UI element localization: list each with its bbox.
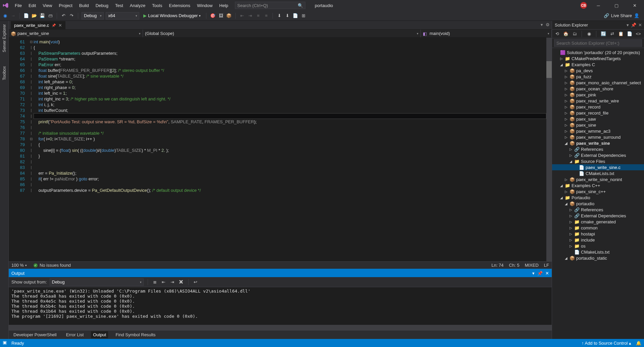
code-editor[interactable]: 6162636465666768697071727374757677787980… <box>9 38 552 261</box>
tb-icon-4[interactable]: ⇤ <box>239 13 245 19</box>
tree-item[interactable]: ◢📁Portaudio <box>552 194 644 201</box>
menu-tools[interactable]: Tools <box>149 2 165 9</box>
tree-item[interactable]: ▷📁CMakePredefinedTargets <box>552 55 644 61</box>
tree-item[interactable]: ▷📁cmake_generated <box>552 219 644 225</box>
tree-item[interactable]: ▷📁include <box>552 237 644 243</box>
solution-explorer-header[interactable]: Solution Explorer ▾ 📌 ✕ <box>552 21 644 30</box>
issues-status[interactable]: No issues found <box>40 263 71 268</box>
tree-item[interactable]: ▷📁hostapi <box>552 231 644 237</box>
nav-project-combo[interactable]: 📦 paex_write_sine <box>9 30 143 37</box>
sol-dropdown-icon[interactable]: ▾ <box>627 23 629 28</box>
tb-icon-7[interactable]: ≡ <box>263 13 269 19</box>
tree-item[interactable]: 🟪Solution 'portaudio' (20 of 20 projects… <box>552 49 644 55</box>
tree-item[interactable]: ▷📦paex_pink <box>552 92 644 98</box>
notifications-icon[interactable]: 🔔 <box>636 341 641 346</box>
output-tb-icon-2[interactable]: ⇤ <box>161 279 167 285</box>
tb-icon-5[interactable]: ⇥ <box>247 13 253 19</box>
menu-edit[interactable]: Edit <box>26 2 39 9</box>
tree-item[interactable]: ◢📦portaudio_static <box>552 255 644 261</box>
document-tab[interactable]: paex_write_sine.c 📌 ✕ <box>11 21 65 29</box>
sol-properties-icon[interactable]: <> <box>635 31 641 37</box>
tree-item[interactable]: ▷📦paex_mono_asio_channel_select <box>552 80 644 86</box>
save-icon[interactable]: 💾 <box>39 13 45 19</box>
tree-item[interactable]: ◢📦paex_write_sine <box>552 140 644 146</box>
tree-item[interactable]: ▷📁common <box>552 225 644 231</box>
save-all-icon[interactable]: 🗃 <box>47 13 53 19</box>
sol-tb-6[interactable]: ⇄ <box>609 31 615 37</box>
output-pin-icon[interactable]: 📌 <box>537 271 543 276</box>
tree-item[interactable]: ▷📦paex_read_write_wire <box>552 98 644 104</box>
tb-icon-11[interactable]: ⊞ <box>300 13 306 19</box>
toolbox-tab[interactable]: Toolbox <box>1 64 7 82</box>
tree-item[interactable]: ◢📁Examples C <box>552 61 644 68</box>
sol-home-icon[interactable]: ⟲ <box>554 31 560 37</box>
menu-build[interactable]: Build <box>77 2 92 9</box>
output-clear-icon[interactable]: 🗙 <box>178 279 184 285</box>
tb-icon-8[interactable]: ⬇ <box>276 13 282 19</box>
tree-item[interactable]: ▷📦paex_sine <box>552 122 644 128</box>
tb-icon-3[interactable]: 📦 <box>226 13 232 19</box>
tree-item[interactable]: ▷📦paex_record <box>552 104 644 110</box>
output-text[interactable]: 'paex_write_sine.exe' (Win32): Unloaded … <box>9 287 552 325</box>
tabs-settings-icon[interactable]: ⚙ <box>546 22 550 27</box>
undo-icon[interactable]: ↶ <box>60 13 66 19</box>
output-header[interactable]: Output ▾ 📌 ✕ <box>9 269 552 277</box>
bottom-tab-developer-powershell[interactable]: Developer PowerShell <box>11 331 59 338</box>
back-icon[interactable]: ◉ <box>2 13 8 19</box>
solution-search-input[interactable] <box>554 39 642 47</box>
bottom-tab-find-symbol-results[interactable]: Find Symbol Results <box>113 331 157 338</box>
pin-icon[interactable]: 📌 <box>52 24 56 27</box>
tree-item[interactable]: ▷📦paex_wmme_ac3 <box>552 128 644 134</box>
sol-pin-icon[interactable]: 📌 <box>631 23 636 28</box>
redo-icon[interactable]: ↷ <box>68 13 75 19</box>
sol-tb-3[interactable]: 🗂 <box>572 31 578 37</box>
status-icon[interactable]: ▣ <box>3 340 9 346</box>
tree-item[interactable]: ▷🔗References <box>552 207 644 213</box>
menu-window[interactable]: Window <box>194 2 215 9</box>
tb-icon-6[interactable]: ≡ <box>255 13 261 19</box>
live-share-button[interactable]: Live Share <box>611 13 632 18</box>
tree-item[interactable]: ▷📦paex_sine_c++ <box>552 188 644 194</box>
minimize-button[interactable]: ─ <box>592 1 605 10</box>
sol-sync-icon[interactable]: 🔄 <box>600 31 606 37</box>
menu-file[interactable]: File <box>12 2 24 9</box>
bottom-tab-output[interactable]: Output <box>91 331 108 338</box>
output-tb-icon-3[interactable]: ⇥ <box>169 279 176 285</box>
forward-icon[interactable]: → <box>10 13 16 19</box>
code-content[interactable]: int main(void){ PaStreamParameters outpu… <box>34 38 546 261</box>
tree-item[interactable]: ▷📁os <box>552 243 644 249</box>
tb-icon-10[interactable]: 📄 <box>292 13 298 19</box>
menu-project[interactable]: Project <box>56 2 75 9</box>
close-button[interactable]: ✕ <box>628 1 641 10</box>
sol-close-icon[interactable]: ✕ <box>638 23 642 28</box>
tree-item[interactable]: ▷📦paex_write_sine_nonint <box>552 176 644 182</box>
tree-item[interactable]: 📄paex_write_sine.c <box>552 164 644 170</box>
open-icon[interactable]: 📂 <box>31 13 37 19</box>
maximize-button[interactable]: ▢ <box>610 1 623 10</box>
tb-icon-2[interactable]: 🖼 <box>218 13 224 19</box>
tree-item[interactable]: ◢📦portaudio <box>552 201 644 207</box>
solution-tree[interactable]: 🟪Solution 'portaudio' (20 of 20 projects… <box>552 48 644 339</box>
tree-item[interactable]: ▷📦paex_ocean_shore <box>552 86 644 92</box>
code-folding-margin[interactable]: ⊟||||||||||||||||⊟||||||||| <box>29 38 34 261</box>
menu-view[interactable]: View <box>40 2 55 9</box>
tree-item[interactable]: ▷🔗External Dependencies <box>552 213 644 219</box>
tree-item[interactable]: ◢📁Source Files <box>552 158 644 164</box>
tree-item[interactable]: 📄CMakeLists.txt <box>552 249 644 255</box>
solution-platform-combo[interactable]: x64 <box>106 12 139 19</box>
menu-help[interactable]: Help <box>216 2 231 9</box>
editor-scrollbar[interactable] <box>546 38 552 261</box>
tb-icon-1[interactable]: 🎯 <box>210 13 216 19</box>
tree-item[interactable]: 📄CMakeLists.txt <box>552 170 644 176</box>
output-wrap-icon[interactable]: ↩ <box>193 279 199 285</box>
menu-analyze[interactable]: Analyze <box>127 2 148 9</box>
output-dropdown-icon[interactable]: ▾ <box>532 271 535 276</box>
menu-extensions[interactable]: Extensions <box>166 2 193 9</box>
solution-config-combo[interactable]: Debug <box>82 12 104 19</box>
start-debugging-button[interactable]: ▶ Local Windows Debugger ▾ <box>141 12 203 19</box>
live-share-profile-icon[interactable]: 👤 <box>634 13 639 18</box>
tree-item[interactable]: ▷📦paex_wmme_surround <box>552 134 644 140</box>
tree-item[interactable]: ◢📁Examples C++ <box>552 182 644 188</box>
output-horizontal-scrollbar[interactable] <box>9 325 552 330</box>
tabs-dropdown-icon[interactable]: ▾ <box>541 22 543 27</box>
